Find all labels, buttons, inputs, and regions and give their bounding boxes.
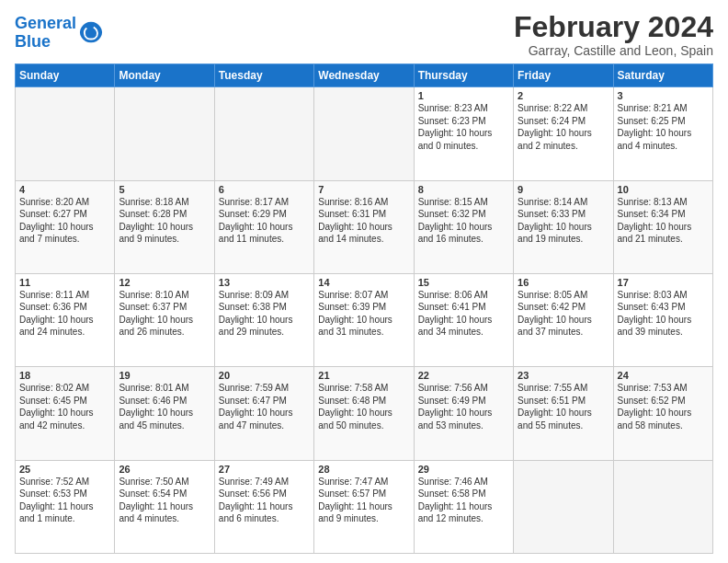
calendar-cell: 24Sunrise: 7:53 AM Sunset: 6:52 PM Dayli… <box>613 367 712 460</box>
col-tuesday: Tuesday <box>214 64 313 87</box>
col-wednesday: Wednesday <box>314 64 414 87</box>
day-number: 26 <box>119 464 210 475</box>
day-info: Sunrise: 7:59 AM Sunset: 6:47 PM Dayligh… <box>219 382 310 431</box>
calendar-week-1: 1Sunrise: 8:23 AM Sunset: 6:23 PM Daylig… <box>16 87 713 180</box>
day-number: 18 <box>19 370 110 381</box>
day-number: 15 <box>418 277 509 288</box>
day-number: 13 <box>219 277 310 288</box>
calendar-cell: 9Sunrise: 8:14 AM Sunset: 6:33 PM Daylig… <box>514 180 613 273</box>
day-info: Sunrise: 7:46 AM Sunset: 6:58 PM Dayligh… <box>418 476 509 525</box>
day-info: Sunrise: 7:47 AM Sunset: 6:57 PM Dayligh… <box>318 476 409 525</box>
day-number: 17 <box>618 277 709 288</box>
day-number: 5 <box>119 184 210 195</box>
calendar-cell <box>514 460 613 553</box>
calendar-cell: 20Sunrise: 7:59 AM Sunset: 6:47 PM Dayli… <box>214 367 313 460</box>
day-number: 4 <box>19 184 110 195</box>
day-info: Sunrise: 7:58 AM Sunset: 6:48 PM Dayligh… <box>318 382 409 431</box>
day-number: 28 <box>318 464 409 475</box>
logo-icon <box>78 20 104 46</box>
calendar-cell: 28Sunrise: 7:47 AM Sunset: 6:57 PM Dayli… <box>314 460 414 553</box>
day-number: 27 <box>219 464 310 475</box>
day-info: Sunrise: 8:02 AM Sunset: 6:45 PM Dayligh… <box>19 382 110 431</box>
calendar-cell <box>613 460 712 553</box>
calendar-cell: 17Sunrise: 8:03 AM Sunset: 6:43 PM Dayli… <box>613 273 712 366</box>
day-number: 9 <box>518 184 609 195</box>
day-info: Sunrise: 8:10 AM Sunset: 6:37 PM Dayligh… <box>119 289 210 339</box>
calendar-cell: 23Sunrise: 7:55 AM Sunset: 6:51 PM Dayli… <box>514 367 613 460</box>
subtitle: Garray, Castille and Leon, Spain <box>514 43 713 58</box>
calendar-cell: 12Sunrise: 8:10 AM Sunset: 6:37 PM Dayli… <box>115 273 214 366</box>
calendar-table: Sunday Monday Tuesday Wednesday Thursday… <box>15 63 713 554</box>
day-info: Sunrise: 8:22 AM Sunset: 6:24 PM Dayligh… <box>518 102 609 152</box>
day-info: Sunrise: 8:18 AM Sunset: 6:28 PM Dayligh… <box>119 196 210 246</box>
header: GeneralBlue February 2024 Garray, Castil… <box>15 11 713 58</box>
day-info: Sunrise: 8:07 AM Sunset: 6:39 PM Dayligh… <box>318 289 409 339</box>
day-number: 2 <box>518 90 609 101</box>
day-number: 3 <box>618 90 709 101</box>
calendar-cell: 10Sunrise: 8:13 AM Sunset: 6:34 PM Dayli… <box>613 180 712 273</box>
col-thursday: Thursday <box>414 64 513 87</box>
day-info: Sunrise: 8:11 AM Sunset: 6:36 PM Dayligh… <box>19 289 110 339</box>
calendar-cell: 19Sunrise: 8:01 AM Sunset: 6:46 PM Dayli… <box>115 367 214 460</box>
day-number: 25 <box>19 464 110 475</box>
logo: GeneralBlue <box>15 15 104 52</box>
calendar-header-row: Sunday Monday Tuesday Wednesday Thursday… <box>16 64 713 87</box>
calendar-cell: 7Sunrise: 8:16 AM Sunset: 6:31 PM Daylig… <box>314 180 414 273</box>
day-number: 14 <box>318 277 409 288</box>
calendar-cell: 2Sunrise: 8:22 AM Sunset: 6:24 PM Daylig… <box>514 87 613 180</box>
calendar-cell <box>16 87 115 180</box>
calendar-cell: 21Sunrise: 7:58 AM Sunset: 6:48 PM Dayli… <box>314 367 414 460</box>
col-sunday: Sunday <box>16 64 115 87</box>
day-info: Sunrise: 8:23 AM Sunset: 6:23 PM Dayligh… <box>418 102 509 152</box>
calendar-week-2: 4Sunrise: 8:20 AM Sunset: 6:27 PM Daylig… <box>16 180 713 273</box>
day-info: Sunrise: 8:14 AM Sunset: 6:33 PM Dayligh… <box>518 196 609 246</box>
day-info: Sunrise: 8:01 AM Sunset: 6:46 PM Dayligh… <box>119 382 210 431</box>
day-info: Sunrise: 8:06 AM Sunset: 6:41 PM Dayligh… <box>418 289 509 339</box>
calendar-cell: 3Sunrise: 8:21 AM Sunset: 6:25 PM Daylig… <box>613 87 712 180</box>
calendar-cell: 26Sunrise: 7:50 AM Sunset: 6:54 PM Dayli… <box>115 460 214 553</box>
calendar-cell: 14Sunrise: 8:07 AM Sunset: 6:39 PM Dayli… <box>314 273 414 366</box>
day-number: 29 <box>418 464 509 475</box>
calendar-cell: 8Sunrise: 8:15 AM Sunset: 6:32 PM Daylig… <box>414 180 513 273</box>
calendar-cell <box>314 87 414 180</box>
day-number: 21 <box>318 370 409 381</box>
col-saturday: Saturday <box>613 64 712 87</box>
day-info: Sunrise: 8:17 AM Sunset: 6:29 PM Dayligh… <box>219 196 310 246</box>
day-number: 16 <box>518 277 609 288</box>
calendar-cell: 6Sunrise: 8:17 AM Sunset: 6:29 PM Daylig… <box>214 180 313 273</box>
day-number: 19 <box>119 370 210 381</box>
col-monday: Monday <box>115 64 214 87</box>
calendar-week-3: 11Sunrise: 8:11 AM Sunset: 6:36 PM Dayli… <box>16 273 713 366</box>
calendar-cell: 22Sunrise: 7:56 AM Sunset: 6:49 PM Dayli… <box>414 367 513 460</box>
day-info: Sunrise: 8:13 AM Sunset: 6:34 PM Dayligh… <box>618 196 709 246</box>
day-number: 24 <box>618 370 709 381</box>
day-number: 6 <box>219 184 310 195</box>
day-info: Sunrise: 8:03 AM Sunset: 6:43 PM Dayligh… <box>618 289 709 339</box>
calendar-cell: 15Sunrise: 8:06 AM Sunset: 6:41 PM Dayli… <box>414 273 513 366</box>
calendar-cell: 16Sunrise: 8:05 AM Sunset: 6:42 PM Dayli… <box>514 273 613 366</box>
day-info: Sunrise: 8:15 AM Sunset: 6:32 PM Dayligh… <box>418 196 509 246</box>
day-info: Sunrise: 7:50 AM Sunset: 6:54 PM Dayligh… <box>119 476 210 525</box>
day-info: Sunrise: 7:56 AM Sunset: 6:49 PM Dayligh… <box>418 382 509 431</box>
calendar-week-4: 18Sunrise: 8:02 AM Sunset: 6:45 PM Dayli… <box>16 367 713 460</box>
day-info: Sunrise: 8:20 AM Sunset: 6:27 PM Dayligh… <box>19 196 110 246</box>
day-number: 10 <box>618 184 709 195</box>
calendar-cell: 18Sunrise: 8:02 AM Sunset: 6:45 PM Dayli… <box>16 367 115 460</box>
title-block: February 2024 Garray, Castille and Leon,… <box>514 11 713 58</box>
day-info: Sunrise: 7:49 AM Sunset: 6:56 PM Dayligh… <box>219 476 310 525</box>
col-friday: Friday <box>514 64 613 87</box>
day-number: 23 <box>518 370 609 381</box>
day-info: Sunrise: 8:09 AM Sunset: 6:38 PM Dayligh… <box>219 289 310 339</box>
calendar-cell: 5Sunrise: 8:18 AM Sunset: 6:28 PM Daylig… <box>115 180 214 273</box>
day-number: 20 <box>219 370 310 381</box>
day-number: 7 <box>318 184 409 195</box>
calendar-cell: 29Sunrise: 7:46 AM Sunset: 6:58 PM Dayli… <box>414 460 513 553</box>
calendar-cell: 11Sunrise: 8:11 AM Sunset: 6:36 PM Dayli… <box>16 273 115 366</box>
main-title: February 2024 <box>514 11 713 43</box>
calendar-week-5: 25Sunrise: 7:52 AM Sunset: 6:53 PM Dayli… <box>16 460 713 553</box>
logo-text: GeneralBlue <box>15 15 76 52</box>
day-number: 22 <box>418 370 509 381</box>
day-info: Sunrise: 8:21 AM Sunset: 6:25 PM Dayligh… <box>618 102 709 152</box>
calendar-cell <box>214 87 313 180</box>
page: GeneralBlue February 2024 Garray, Castil… <box>0 0 728 563</box>
